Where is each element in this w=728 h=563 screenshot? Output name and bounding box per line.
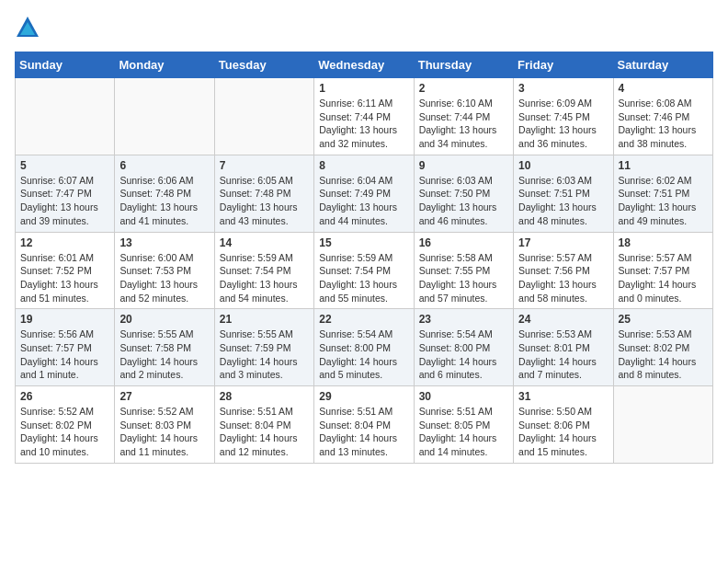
calendar-cell: 20Sunrise: 5:55 AMSunset: 7:58 PMDayligh… xyxy=(115,309,214,386)
weekday-header-tuesday: Tuesday xyxy=(214,52,313,78)
calendar-cell: 22Sunrise: 5:54 AMSunset: 8:00 PMDayligh… xyxy=(314,309,414,386)
cell-content: Sunrise: 5:58 AMSunset: 7:55 PMDaylight:… xyxy=(419,251,508,305)
day-number: 13 xyxy=(119,236,209,249)
day-number: 16 xyxy=(419,236,508,249)
day-number: 20 xyxy=(119,313,209,326)
calendar-cell xyxy=(115,78,214,155)
cell-content: Sunrise: 5:55 AMSunset: 7:58 PMDaylight:… xyxy=(119,327,209,382)
weekday-header-sunday: Sunday xyxy=(16,52,115,78)
weekday-header-friday: Friday xyxy=(514,52,613,78)
weekday-header-monday: Monday xyxy=(115,52,214,78)
calendar-week-row: 12Sunrise: 6:01 AMSunset: 7:52 PMDayligh… xyxy=(16,232,713,309)
cell-content: Sunrise: 5:51 AMSunset: 8:05 PMDaylight:… xyxy=(419,405,508,459)
cell-content: Sunrise: 5:54 AMSunset: 8:00 PMDaylight:… xyxy=(319,327,408,382)
cell-content: Sunrise: 6:05 AMSunset: 7:48 PMDaylight:… xyxy=(220,174,309,228)
cell-content: Sunrise: 6:02 AMSunset: 7:51 PMDaylight:… xyxy=(619,174,708,228)
day-number: 15 xyxy=(319,236,408,249)
calendar-cell: 11Sunrise: 6:02 AMSunset: 7:51 PMDayligh… xyxy=(613,155,712,232)
day-number: 10 xyxy=(518,159,608,172)
cell-content: Sunrise: 5:57 AMSunset: 7:56 PMDaylight:… xyxy=(518,251,608,305)
cell-content: Sunrise: 6:09 AMSunset: 7:45 PMDaylight:… xyxy=(518,97,608,151)
calendar-cell: 16Sunrise: 5:58 AMSunset: 7:55 PMDayligh… xyxy=(414,232,513,309)
day-number: 14 xyxy=(220,236,309,249)
day-number: 3 xyxy=(518,82,608,95)
cell-content: Sunrise: 6:03 AMSunset: 7:50 PMDaylight:… xyxy=(419,174,508,228)
cell-content: Sunrise: 6:11 AMSunset: 7:44 PMDaylight:… xyxy=(319,97,408,151)
calendar-cell: 25Sunrise: 5:53 AMSunset: 8:02 PMDayligh… xyxy=(613,309,712,386)
calendar-cell: 18Sunrise: 5:57 AMSunset: 7:57 PMDayligh… xyxy=(613,232,712,309)
calendar-cell: 1Sunrise: 6:11 AMSunset: 7:44 PMDaylight… xyxy=(314,78,414,155)
day-number: 29 xyxy=(319,390,408,403)
calendar-cell: 8Sunrise: 6:04 AMSunset: 7:49 PMDaylight… xyxy=(314,155,414,232)
logo xyxy=(15,15,44,40)
calendar: SundayMondayTuesdayWednesdayThursdayFrid… xyxy=(15,52,713,464)
weekday-header-row: SundayMondayTuesdayWednesdayThursdayFrid… xyxy=(16,52,713,78)
calendar-cell: 2Sunrise: 6:10 AMSunset: 7:44 PMDaylight… xyxy=(414,78,513,155)
calendar-cell: 17Sunrise: 5:57 AMSunset: 7:56 PMDayligh… xyxy=(514,232,613,309)
day-number: 23 xyxy=(419,313,508,326)
day-number: 6 xyxy=(119,159,209,172)
day-number: 18 xyxy=(619,236,708,249)
calendar-cell: 31Sunrise: 5:50 AMSunset: 8:06 PMDayligh… xyxy=(514,386,613,464)
day-number: 25 xyxy=(619,313,708,326)
cell-content: Sunrise: 5:55 AMSunset: 7:59 PMDaylight:… xyxy=(220,327,309,382)
cell-content: Sunrise: 6:04 AMSunset: 7:49 PMDaylight:… xyxy=(319,174,408,228)
day-number: 11 xyxy=(619,159,708,172)
calendar-week-row: 1Sunrise: 6:11 AMSunset: 7:44 PMDaylight… xyxy=(16,78,713,155)
day-number: 8 xyxy=(319,159,408,172)
cell-content: Sunrise: 5:51 AMSunset: 8:04 PMDaylight:… xyxy=(220,405,309,459)
weekday-header-saturday: Saturday xyxy=(613,52,712,78)
day-number: 31 xyxy=(518,390,608,403)
calendar-cell: 15Sunrise: 5:59 AMSunset: 7:54 PMDayligh… xyxy=(314,232,414,309)
cell-content: Sunrise: 5:53 AMSunset: 8:01 PMDaylight:… xyxy=(518,327,608,382)
weekday-header-wednesday: Wednesday xyxy=(314,52,414,78)
cell-content: Sunrise: 6:10 AMSunset: 7:44 PMDaylight:… xyxy=(419,97,508,151)
cell-content: Sunrise: 5:59 AMSunset: 7:54 PMDaylight:… xyxy=(220,251,309,305)
cell-content: Sunrise: 5:53 AMSunset: 8:02 PMDaylight:… xyxy=(619,327,708,382)
calendar-cell: 3Sunrise: 6:09 AMSunset: 7:45 PMDaylight… xyxy=(514,78,613,155)
calendar-cell: 28Sunrise: 5:51 AMSunset: 8:04 PMDayligh… xyxy=(214,386,313,464)
day-number: 1 xyxy=(319,82,408,95)
cell-content: Sunrise: 6:03 AMSunset: 7:51 PMDaylight:… xyxy=(518,174,608,228)
calendar-cell: 14Sunrise: 5:59 AMSunset: 7:54 PMDayligh… xyxy=(214,232,313,309)
calendar-cell: 29Sunrise: 5:51 AMSunset: 8:04 PMDayligh… xyxy=(314,386,414,464)
day-number: 26 xyxy=(20,390,109,403)
cell-content: Sunrise: 5:59 AMSunset: 7:54 PMDaylight:… xyxy=(319,251,408,305)
calendar-cell: 9Sunrise: 6:03 AMSunset: 7:50 PMDaylight… xyxy=(414,155,513,232)
calendar-cell: 12Sunrise: 6:01 AMSunset: 7:52 PMDayligh… xyxy=(16,232,115,309)
logo-icon xyxy=(15,15,40,40)
cell-content: Sunrise: 5:52 AMSunset: 8:02 PMDaylight:… xyxy=(20,405,109,459)
day-number: 28 xyxy=(220,390,309,403)
calendar-cell xyxy=(16,78,115,155)
calendar-cell: 19Sunrise: 5:56 AMSunset: 7:57 PMDayligh… xyxy=(16,309,115,386)
calendar-cell: 26Sunrise: 5:52 AMSunset: 8:02 PMDayligh… xyxy=(16,386,115,464)
day-number: 7 xyxy=(220,159,309,172)
day-number: 24 xyxy=(518,313,608,326)
calendar-cell: 24Sunrise: 5:53 AMSunset: 8:01 PMDayligh… xyxy=(514,309,613,386)
day-number: 5 xyxy=(20,159,109,172)
day-number: 30 xyxy=(419,390,508,403)
cell-content: Sunrise: 5:56 AMSunset: 7:57 PMDaylight:… xyxy=(20,327,109,382)
day-number: 4 xyxy=(619,82,708,95)
calendar-body: 1Sunrise: 6:11 AMSunset: 7:44 PMDaylight… xyxy=(16,78,713,464)
calendar-cell xyxy=(613,386,712,464)
calendar-cell: 21Sunrise: 5:55 AMSunset: 7:59 PMDayligh… xyxy=(214,309,313,386)
day-number: 2 xyxy=(419,82,508,95)
cell-content: Sunrise: 6:07 AMSunset: 7:47 PMDaylight:… xyxy=(20,174,109,228)
day-number: 17 xyxy=(518,236,608,249)
calendar-cell: 5Sunrise: 6:07 AMSunset: 7:47 PMDaylight… xyxy=(16,155,115,232)
day-number: 19 xyxy=(20,313,109,326)
calendar-week-row: 26Sunrise: 5:52 AMSunset: 8:02 PMDayligh… xyxy=(16,386,713,464)
cell-content: Sunrise: 6:00 AMSunset: 7:53 PMDaylight:… xyxy=(119,251,209,305)
calendar-cell: 10Sunrise: 6:03 AMSunset: 7:51 PMDayligh… xyxy=(514,155,613,232)
day-number: 9 xyxy=(419,159,508,172)
cell-content: Sunrise: 6:06 AMSunset: 7:48 PMDaylight:… xyxy=(119,174,209,228)
calendar-cell: 7Sunrise: 6:05 AMSunset: 7:48 PMDaylight… xyxy=(214,155,313,232)
cell-content: Sunrise: 5:51 AMSunset: 8:04 PMDaylight:… xyxy=(319,405,408,459)
cell-content: Sunrise: 5:54 AMSunset: 8:00 PMDaylight:… xyxy=(419,327,508,382)
cell-content: Sunrise: 6:01 AMSunset: 7:52 PMDaylight:… xyxy=(20,251,109,305)
calendar-cell: 13Sunrise: 6:00 AMSunset: 7:53 PMDayligh… xyxy=(115,232,214,309)
day-number: 22 xyxy=(319,313,408,326)
cell-content: Sunrise: 5:57 AMSunset: 7:57 PMDaylight:… xyxy=(619,251,708,305)
calendar-cell: 27Sunrise: 5:52 AMSunset: 8:03 PMDayligh… xyxy=(115,386,214,464)
